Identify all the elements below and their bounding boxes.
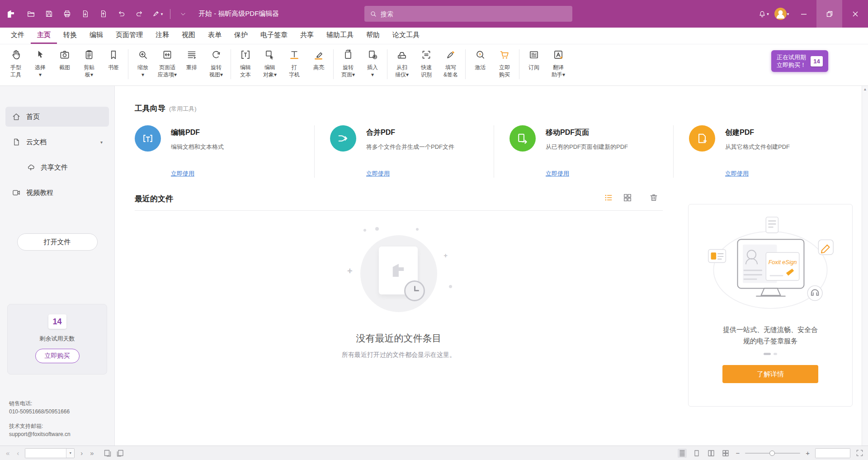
use-now-link[interactable]: 立即使用 [171,170,194,178]
ribbon-tool-edit-text[interactable]: 编辑 文本 [233,48,258,78]
open-file-button[interactable]: 打开文件 [17,233,98,251]
use-now-link[interactable]: 立即使用 [546,170,569,178]
redo-icon[interactable] [130,5,148,23]
esign-quick-icon[interactable]: ▾ [148,5,166,23]
zoom-level-box [815,448,850,458]
ribbon-tool-rotate-pages[interactable]: 旋转 页面▾ [336,48,360,78]
search-box[interactable] [364,6,572,22]
share-doc-icon[interactable] [94,5,112,23]
save-icon[interactable] [40,5,58,23]
print-icon[interactable] [58,5,76,23]
ribbon-tool-from-scanner[interactable]: 从扫 描仪▾ [390,48,414,78]
vertical-scrollbar[interactable]: ▲ [862,86,868,446]
zoom-in-button[interactable]: + [806,450,810,456]
previous-view-button[interactable] [104,449,112,457]
account-button[interactable]: ▾ [773,5,791,23]
ribbon-tool-fill-sign[interactable]: 填写 &签名 [439,48,463,78]
page-dropdown-caret[interactable]: ▾ [66,449,74,458]
ribbon-tool-page-fit[interactable]: 页面适 应选项▾ [155,48,179,78]
sidebar-item-home[interactable]: 首页 [5,107,109,127]
facing-view-button[interactable] [707,449,716,458]
menu-share[interactable]: 共享 [294,28,320,44]
notifications-button[interactable]: ▾ [755,5,773,23]
ribbon-tool-quick-ocr[interactable]: 快速 识别 [414,48,439,78]
trial-period-badge[interactable]: 正在试用期 立即购买！ 14 [771,50,828,72]
ribbon-tool-rotate-view[interactable]: 旋转 视图▾ [204,48,228,78]
ribbon-tool-typewriter[interactable]: 打 字机 [282,48,307,78]
search-input[interactable] [381,10,567,18]
close-button[interactable] [842,0,868,28]
single-page-view-button[interactable] [692,449,701,458]
scroll-up-icon[interactable]: ▲ [863,87,867,446]
ribbon-tool-hand[interactable]: 手型 工具 [4,48,28,78]
use-now-link[interactable]: 立即使用 [366,170,390,178]
empty-state-hint: 所有最近打开过的文件都会显示在这里。 [342,351,456,359]
first-page-button[interactable]: « [5,450,11,456]
ribbon-tool-zoom[interactable]: 缩放 ▾ [131,48,155,78]
carousel-dot[interactable] [774,353,777,355]
grid-view-button[interactable] [623,193,632,204]
minimize-button[interactable] [791,0,816,28]
home-icon [12,112,21,121]
ribbon-tool-activate[interactable]: 激活 [468,48,492,71]
zoom-icon [137,49,149,62]
support-email-address: support@foxitsoftware.cn [9,430,105,438]
carousel-dot-active[interactable] [764,353,771,355]
menu-page-management[interactable]: 页面管理 [109,28,149,44]
next-view-button[interactable] [116,449,124,457]
zoom-out-button[interactable]: − [736,450,740,456]
ribbon-tool-bookmark[interactable]: 书签 [101,48,126,71]
sidebar-item-shared-files[interactable]: 共享文件 [20,157,109,177]
learn-more-button[interactable]: 了解详情 [722,365,818,383]
undo-icon[interactable] [112,5,130,23]
ribbon-tool-reflow[interactable]: 重排 [179,48,204,71]
zoom-slider[interactable] [745,448,800,458]
clear-recent-button[interactable] [649,193,658,204]
ribbon-tool-highlight[interactable]: 高亮 [307,48,331,71]
fit-screen-button[interactable] [856,449,863,457]
list-view-icon [604,193,613,202]
merge-pdf-icon [330,125,356,152]
scanner-icon [396,49,408,62]
ribbon-tool-translate-assistant[interactable]: 翻译 助手▾ [546,48,571,78]
menu-protect[interactable]: 保护 [228,28,254,44]
continuous-facing-view-button[interactable] [721,449,730,458]
buy-now-button[interactable]: 立即购买 [35,349,80,363]
restore-button[interactable] [816,0,842,28]
menu-comment[interactable]: 注释 [149,28,175,44]
menu-help[interactable]: 帮助 [360,28,386,44]
activate-icon [474,49,486,62]
customize-toolbar-icon[interactable] [174,5,192,23]
ribbon-tool-subscribe[interactable]: 订阅 [522,48,546,71]
menu-edit[interactable]: 编辑 [83,28,109,44]
menu-esign[interactable]: 电子签章 [254,28,294,44]
use-now-link[interactable]: 立即使用 [725,170,749,178]
ribbon-tool-select[interactable]: 选择 ▾ [28,48,52,78]
zoom-slider-thumb[interactable] [769,451,775,456]
menu-home[interactable]: 主页 [31,28,57,44]
menu-paper-tools[interactable]: 论文工具 [386,28,426,44]
menu-accessibility-tools[interactable]: 辅助工具 [320,28,360,44]
previous-page-button[interactable]: ‹ [15,450,20,456]
sidebar-item-cloud-docs[interactable]: 云文档 ▾ [5,132,109,152]
menu-view[interactable]: 视图 [175,28,202,44]
export-pdf-icon[interactable] [76,5,94,23]
next-page-button[interactable]: › [79,450,84,456]
ribbon-tool-edit-object[interactable]: 编辑 对象▾ [258,48,282,78]
menu-form[interactable]: 表单 [202,28,228,44]
ribbon-tool-snapshot[interactable]: 截图 [52,48,77,71]
sidebar-item-video-tutorials[interactable]: 视频教程 [5,183,109,203]
ribbon-tool-buy-now[interactable]: 立即 购买 [492,48,517,78]
menu-convert[interactable]: 转换 [57,28,83,44]
chevron-down-icon[interactable]: ▾ [100,140,103,145]
bookmark-icon [108,49,119,62]
page-number-input[interactable] [25,449,66,458]
list-view-button[interactable] [604,193,613,204]
menu-file[interactable]: 文件 [5,28,31,44]
ribbon-tool-clipboard[interactable]: 剪贴 板▾ [77,48,101,78]
last-page-button[interactable]: » [89,450,95,456]
zoom-level-input[interactable] [816,449,850,458]
continuous-view-button[interactable] [678,449,687,458]
open-file-icon[interactable] [22,5,40,23]
ribbon-tool-insert-pages[interactable]: 插入 ▾ [360,48,385,78]
